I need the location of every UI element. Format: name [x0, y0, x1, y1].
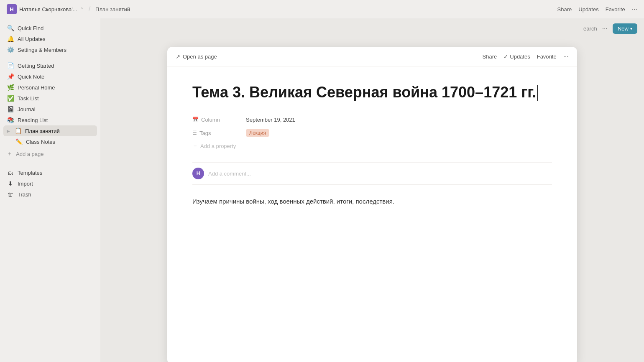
books-icon: 📚	[7, 117, 14, 123]
workspace-icon: H	[7, 4, 17, 14]
sidebar-all-updates-label: All Updates	[18, 36, 45, 42]
sidebar-plan-label: План занятий	[25, 128, 60, 134]
sidebar-journal-label: Journal	[18, 106, 36, 112]
avatar: H	[192, 168, 204, 179]
sidebar-item-import[interactable]: ⬇ Import	[3, 178, 97, 189]
bell-icon: 🔔	[7, 36, 14, 42]
gear-icon: ⚙️	[7, 46, 14, 53]
expand-icon: ▶	[7, 129, 10, 133]
sidebar-settings-label: Settings & Members	[18, 47, 66, 53]
sidebar-item-templates[interactable]: 🗂 Templates	[3, 167, 97, 178]
content-search-label[interactable]: earch	[583, 25, 597, 32]
topbar-share-button[interactable]: Share	[557, 6, 572, 13]
sidebar-class-notes-label: Class Notes	[26, 139, 55, 145]
panel-share-button[interactable]: Share	[483, 54, 497, 60]
panel-updates-label: Updates	[510, 54, 530, 60]
sidebar-import-label: Import	[18, 181, 33, 187]
cursor	[537, 85, 538, 101]
new-button-label: New	[618, 25, 629, 32]
workspace-chevron-icon: ⌃	[80, 7, 84, 12]
topbar-favorite-button[interactable]: Favorite	[606, 6, 625, 13]
trash-icon: 🗑	[7, 191, 14, 198]
tags-property-label[interactable]: ☰ Tags	[192, 130, 243, 136]
topbar-updates-button[interactable]: Updates	[578, 6, 598, 13]
open-as-page-label: Open as page	[183, 54, 217, 60]
panel-header-actions: Share ✓ Updates Favorite ···	[483, 53, 569, 60]
sidebar-item-reading-list[interactable]: 📚 Reading List	[3, 115, 97, 125]
panel-header: ↗ Open as page Share ✓ Updates Favorite …	[167, 47, 577, 66]
sidebar-personal-home-label: Personal Home	[18, 84, 55, 91]
sidebar-item-quick-find[interactable]: 🔍 Quick Find	[3, 23, 97, 33]
page-title-text: Тема 3. Великая Северная война 1700–1721…	[192, 84, 537, 101]
add-property-plus-icon: ＋	[192, 142, 198, 150]
tag-badge-lektsiya[interactable]: Лекция	[246, 129, 269, 137]
content-toolbar-more-icon[interactable]: ···	[602, 25, 608, 32]
topbar-more-icon[interactable]: ···	[632, 5, 637, 13]
panel-content: Тема 3. Великая Северная война 1700–1721…	[167, 66, 577, 362]
sidebar-item-getting-started[interactable]: 📄 Getting Started	[3, 60, 97, 71]
properties-section: 📅 Column September 19, 2021 ☰ Tags Лекци…	[192, 113, 552, 152]
check-icon: ✅	[7, 95, 14, 102]
new-button-chevron-icon: ▾	[630, 26, 632, 31]
sidebar-add-page-label: Add a page	[16, 151, 44, 157]
sidebar-item-personal-home[interactable]: 🌿 Personal Home	[3, 82, 97, 93]
sidebar-reading-list-label: Reading List	[18, 117, 48, 123]
column-value[interactable]: September 19, 2021	[243, 117, 295, 123]
page-title[interactable]: Тема 3. Великая Северная война 1700–1721…	[192, 83, 552, 101]
sidebar-getting-started-label: Getting Started	[18, 63, 54, 69]
template-icon: 🗂	[7, 169, 14, 176]
comment-placeholder[interactable]: Add a comment...	[208, 171, 251, 177]
sidebar-item-settings[interactable]: ⚙️ Settings & Members	[3, 44, 97, 55]
panel-favorite-button[interactable]: Favorite	[537, 54, 557, 60]
sidebar-quick-find-label: Quick Find	[18, 25, 43, 31]
workspace-selector[interactable]: H Наталья Скорнякова'... ⌃	[7, 4, 84, 14]
column-label-text: Column	[201, 117, 220, 123]
property-row-column: 📅 Column September 19, 2021	[192, 113, 552, 126]
topbar-page-name: План занятий	[95, 6, 130, 13]
sidebar-item-trash[interactable]: 🗑 Trash	[3, 189, 97, 200]
page-body-text[interactable]: Изучаем причины войны, ход военных дейст…	[192, 196, 552, 206]
topbar-actions: Share Updates Favorite ···	[557, 5, 637, 13]
sidebar-task-list-label: Task List	[18, 95, 39, 102]
sidebar-item-class-notes[interactable]: ✏️ Class Notes	[3, 136, 97, 147]
sidebar-trash-label: Trash	[18, 191, 31, 198]
tags-value[interactable]: Лекция	[243, 129, 269, 137]
sidebar-global-section: 🔍 Quick Find 🔔 All Updates ⚙️ Settings &…	[0, 22, 100, 56]
topbar-separator: /	[89, 5, 90, 13]
open-page-icon: ↗	[176, 54, 180, 60]
pencil-icon: ✏️	[15, 138, 23, 145]
sidebar-item-plan-zanyatiy[interactable]: ▶ 📋 План занятий	[3, 125, 97, 136]
open-as-page-button[interactable]: ↗ Open as page	[176, 54, 217, 60]
sidebar-item-quick-note[interactable]: 📌 Quick Note	[3, 71, 97, 82]
property-row-tags: ☰ Tags Лекция	[192, 126, 552, 140]
sidebar-quick-note-label: Quick Note	[18, 74, 44, 80]
content-area: earch ··· New ▾ ↗ Open as page Share ✓ U…	[100, 18, 644, 362]
plus-icon: ＋	[7, 150, 13, 158]
pin-icon: 📌	[7, 73, 14, 80]
sidebar-item-journal[interactable]: 📓 Journal	[3, 104, 97, 115]
content-toolbar: earch ··· New ▾	[100, 18, 644, 38]
plant-icon: 🌿	[7, 84, 14, 91]
workspace-name: Наталья Скорнякова'...	[19, 6, 77, 13]
add-property-button[interactable]: ＋ Add a property	[192, 140, 552, 152]
panel-updates-button[interactable]: ✓ Updates	[503, 54, 530, 60]
new-button[interactable]: New ▾	[613, 23, 637, 34]
topbar: H Наталья Скорнякова'... ⌃ / План заняти…	[0, 0, 644, 18]
page-panel: ↗ Open as page Share ✓ Updates Favorite …	[167, 47, 577, 362]
journal-icon: 📓	[7, 106, 14, 112]
main-layout: 🔍 Quick Find 🔔 All Updates ⚙️ Settings &…	[0, 18, 644, 362]
column-property-label[interactable]: 📅 Column	[192, 117, 243, 123]
tags-label-text: Tags	[199, 130, 211, 136]
document-icon: 📄	[7, 62, 14, 69]
comment-area: H Add a comment...	[192, 162, 552, 185]
add-property-label: Add a property	[200, 143, 236, 149]
sidebar-add-page[interactable]: ＋ Add a page	[0, 148, 100, 160]
updates-check-icon: ✓	[503, 54, 508, 60]
panel-more-icon[interactable]: ···	[563, 53, 569, 60]
sidebar-item-all-updates[interactable]: 🔔 All Updates	[3, 33, 97, 44]
sidebar-item-task-list[interactable]: ✅ Task List	[3, 93, 97, 104]
sidebar-bottom-section: 🗂 Templates ⬇ Import 🗑 Trash	[0, 166, 100, 201]
clipboard-icon: 📋	[14, 127, 22, 134]
sidebar-templates-label: Templates	[18, 170, 42, 176]
sidebar-pages-section: 📄 Getting Started 📌 Quick Note 🌿 Persona…	[0, 59, 100, 148]
